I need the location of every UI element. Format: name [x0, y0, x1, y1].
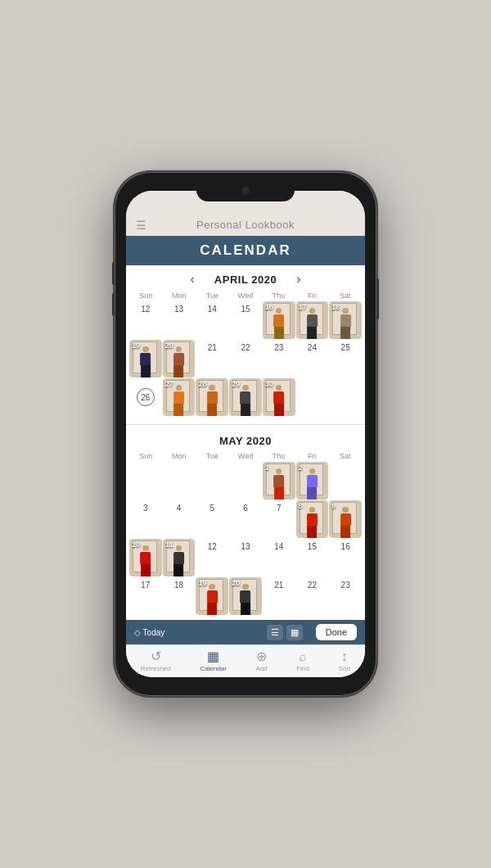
day-number: 9 — [331, 502, 336, 510]
calendar-cell[interactable]: 15 — [229, 301, 262, 339]
status-bar — [126, 191, 365, 215]
day-number: 27 — [165, 380, 173, 388]
calendar-cell[interactable] — [196, 462, 228, 500]
weekday-wed: Wed — [229, 290, 263, 301]
day-number: 16 — [265, 303, 273, 311]
may-title: MAY 2020 — [219, 435, 272, 447]
calendar-cell[interactable]: 27 — [163, 378, 196, 416]
calendar-cell[interactable]: 18 — [329, 301, 362, 339]
day-number: 22 — [308, 577, 317, 590]
prev-month-arrow[interactable]: ‹ — [184, 272, 201, 287]
today-button[interactable]: ◇ Today — [134, 628, 164, 637]
calendar-cell[interactable] — [329, 462, 362, 500]
tab-add[interactable]: ⊕ Add — [255, 649, 267, 672]
calendar-cell[interactable] — [229, 462, 262, 500]
calendar-cell[interactable]: 21 — [263, 577, 295, 615]
calendar-cell[interactable]: 19 — [129, 340, 162, 377]
volume-up-button[interactable] — [112, 262, 115, 285]
calendar-cell[interactable]: 8 — [296, 500, 329, 538]
calendar-scroll[interactable]: ‹ APRIL 2020 › Sun Mon Tue Wed Thu Fri S… — [126, 265, 365, 620]
list-view-button[interactable]: ☰ — [267, 625, 283, 640]
calendar-cell[interactable]: 26 — [129, 378, 162, 416]
day-number: 17 — [141, 577, 150, 590]
day-number: 4 — [177, 500, 182, 513]
tab-calendar[interactable]: ▦ Calendar — [200, 649, 226, 672]
calendar-cell[interactable]: 17 — [296, 301, 329, 339]
calendar-cell[interactable] — [129, 462, 162, 500]
tab-find[interactable]: ⌕ Find — [296, 649, 309, 672]
day-number: 30 — [265, 380, 273, 388]
calendar-cell[interactable]: 13 — [229, 539, 262, 576]
day-number: 7 — [277, 500, 282, 513]
calendar-cell[interactable]: 11 — [163, 539, 196, 576]
calendar-cell[interactable]: 5 — [196, 500, 228, 538]
calendar-cell[interactable]: 12 — [196, 539, 228, 576]
calendar-cell[interactable] — [296, 378, 329, 416]
month-divider — [126, 424, 365, 425]
calendar-cell[interactable]: 12 — [129, 301, 162, 339]
calendar-cell[interactable]: 28 — [196, 378, 228, 416]
day-number: 19 — [198, 579, 206, 587]
calendar-cell[interactable]: 24 — [296, 340, 329, 377]
may-weekdays: Sun Mon Tue Wed Thu Fri Sat — [126, 450, 365, 462]
calendar-cell[interactable]: 23 — [263, 340, 295, 377]
may-weekday-thu: Thu — [262, 450, 295, 462]
calendar-cell[interactable]: 21 — [196, 340, 228, 377]
calendar-cell[interactable]: 30 — [263, 378, 295, 416]
bottom-bar: ◇ Today ☰ ▦ Done — [126, 620, 365, 644]
day-number: 1 — [265, 463, 269, 472]
day-number: 19 — [132, 341, 140, 350]
day-number: 15 — [308, 539, 317, 551]
app-title: Personal Lookbook — [196, 219, 295, 231]
tab-sort[interactable]: ↕ Sort — [339, 649, 351, 672]
calendar-icon: ▦ — [207, 649, 219, 664]
tab-sort-label: Sort — [339, 665, 351, 672]
calendar-cell[interactable]: 17 — [129, 577, 162, 615]
calendar-cell[interactable]: 16 — [329, 539, 362, 576]
may-grid: 1234567891011121314151617181920212223 — [126, 462, 365, 620]
calendar-cell[interactable]: 25 — [329, 340, 362, 377]
calendar-cell[interactable]: 19 — [196, 577, 228, 615]
find-icon: ⌕ — [299, 649, 307, 664]
calendar-cell[interactable]: 13 — [163, 301, 196, 339]
done-button[interactable]: Done — [316, 624, 357, 640]
calendar-cell[interactable]: 20 — [229, 577, 262, 615]
calendar-cell[interactable]: 23 — [329, 577, 362, 615]
calendar-cell[interactable]: 2 — [296, 462, 329, 500]
calendar-cell[interactable]: 9 — [329, 500, 362, 538]
day-number: 15 — [241, 301, 250, 314]
grid-view-button[interactable]: ▦ — [286, 625, 303, 640]
calendar-cell[interactable]: 29 — [229, 378, 262, 416]
calendar-cell[interactable]: 14 — [263, 539, 295, 576]
day-number: 28 — [198, 380, 206, 388]
calendar-cell[interactable] — [329, 378, 362, 416]
calendar-cell[interactable] — [163, 462, 196, 500]
calendar-cell[interactable]: 15 — [296, 539, 329, 576]
calendar-cell[interactable]: 6 — [229, 500, 262, 538]
calendar-cell[interactable]: 22 — [229, 340, 262, 377]
volume-down-button[interactable] — [112, 293, 115, 316]
day-number: 21 — [208, 340, 217, 352]
calendar-header: CALENDAR — [126, 236, 365, 265]
calendar-cell[interactable]: 4 — [163, 500, 196, 538]
calendar-cell[interactable]: 14 — [196, 301, 228, 339]
calendar-cell[interactable]: 7 — [263, 500, 295, 538]
hamburger-icon[interactable]: ☰ — [136, 219, 146, 232]
day-number: 16 — [341, 539, 350, 551]
calendar-cell[interactable]: 1 — [263, 462, 295, 500]
day-number: 11 — [165, 540, 173, 549]
calendar-cell[interactable]: 20 — [163, 340, 196, 377]
calendar-cell[interactable]: 16 — [263, 301, 295, 339]
calendar-cell[interactable]: 3 — [129, 500, 162, 538]
calendar-cell[interactable]: 10 — [129, 539, 162, 576]
app-header: ☰ Personal Lookbook — [126, 215, 365, 236]
may-weekday-sun: Sun — [129, 450, 163, 462]
calendar-cell[interactable]: 22 — [296, 577, 329, 615]
day-number: 12 — [141, 301, 150, 314]
day-number: 29 — [232, 380, 240, 388]
power-button[interactable] — [376, 278, 379, 319]
calendar-cell[interactable]: 18 — [163, 577, 196, 615]
may-nav: MAY 2020 — [126, 428, 365, 450]
tab-refreshed[interactable]: ↺ Refreshed — [141, 649, 171, 672]
next-month-arrow[interactable]: › — [290, 272, 307, 287]
